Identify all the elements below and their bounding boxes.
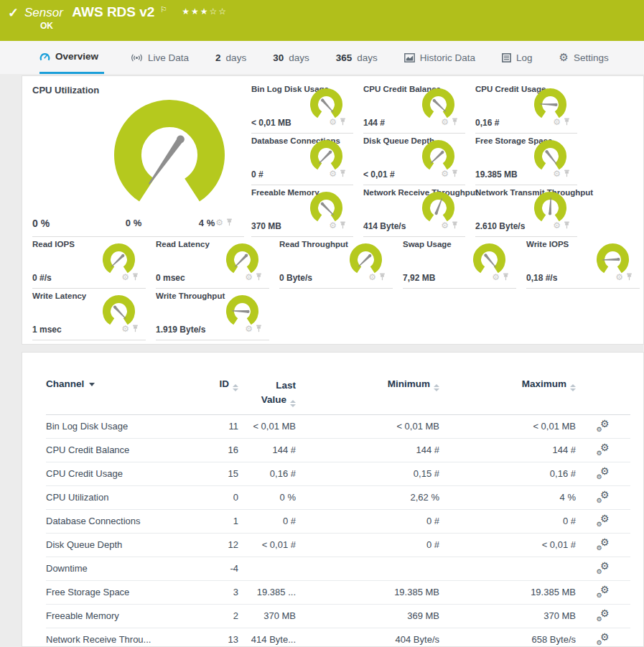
- gauge-tile[interactable]: CPU Credit Usage 0,16 # ⚙: [475, 82, 577, 134]
- gauge-tile[interactable]: Write IOPS 0,18 #/s ⚙: [526, 237, 640, 289]
- channel-pin-icon[interactable]: [452, 219, 458, 232]
- col-header-minimum[interactable]: Minimum: [296, 378, 439, 391]
- channel-gear-icon[interactable]: ⚙: [121, 325, 129, 333]
- sort-arrows-icon[interactable]: [233, 384, 238, 391]
- col-header-maximum[interactable]: Maximum: [439, 378, 576, 391]
- channel-name[interactable]: CPU Credit Balance: [46, 444, 193, 455]
- tab-historic-data[interactable]: Historic Data: [404, 41, 475, 74]
- channel-name[interactable]: Database Connections: [46, 516, 193, 526]
- channel-name[interactable]: CPU Utilization: [46, 492, 193, 503]
- channel-gear-icon[interactable]: ⚙: [441, 169, 449, 178]
- channel-pin-icon[interactable]: [340, 167, 346, 180]
- gauge-tile[interactable]: Write Throughput 1.919 Byte/s ⚙: [156, 289, 269, 340]
- tab-365-days[interactable]: 365days: [336, 41, 378, 74]
- gauge-tile[interactable]: Free Storage Space 19.385 MB ⚙: [475, 134, 577, 185]
- channel-name[interactable]: Bin Log Disk Usage: [46, 421, 193, 432]
- channel-gear-icon[interactable]: ⚙: [329, 169, 337, 178]
- channel-gear-icon[interactable]: ⚙: [553, 169, 561, 178]
- channel-pin-icon[interactable]: [452, 116, 458, 129]
- col-header-id[interactable]: ID: [193, 378, 238, 391]
- channel-settings-gears-icon[interactable]: ⚙⚙: [597, 538, 610, 550]
- gauge-tile[interactable]: Freeable Memory 370 MB ⚙: [251, 185, 353, 237]
- channel-settings-gears-icon[interactable]: ⚙⚙: [597, 467, 610, 479]
- sort-arrows-icon[interactable]: [570, 384, 576, 391]
- channel-pin-icon[interactable]: [256, 271, 262, 284]
- channel-pin-icon[interactable]: [626, 271, 633, 284]
- channel-gear-icon[interactable]: ⚙: [441, 118, 449, 126]
- channel-pin-icon[interactable]: [340, 116, 346, 129]
- channel-settings-gears-icon[interactable]: ⚙⚙: [597, 419, 610, 432]
- gauge-tile[interactable]: Read IOPS 0 #/s ⚙: [32, 237, 146, 289]
- channel-gear-icon[interactable]: ⚙: [329, 221, 337, 230]
- table-row[interactable]: CPU Credit Balance 16 144 # 144 # 144 # …: [46, 439, 630, 462]
- channel-pin-icon[interactable]: [132, 322, 139, 335]
- gauge-tile[interactable]: Database Connections 0 # ⚙: [251, 134, 353, 185]
- channel-pin-icon[interactable]: [256, 322, 262, 335]
- tab-settings[interactable]: ⚙Settings: [559, 41, 609, 74]
- col-header-channel[interactable]: Channel: [46, 378, 193, 389]
- gauge-tile[interactable]: Bin Log Disk Usage < 0,01 MB ⚙: [251, 82, 353, 134]
- channel-name[interactable]: CPU Credit Usage: [46, 468, 193, 479]
- channel-name[interactable]: Freeable Memory: [46, 610, 193, 621]
- sort-arrows-icon[interactable]: [290, 400, 296, 407]
- channel-name[interactable]: Network Receive Throu...: [46, 634, 193, 645]
- gauge-tile[interactable]: Network Receive Throughput 414 Byte/s ⚙: [363, 185, 465, 237]
- channel-gear-icon[interactable]: ⚙: [441, 221, 449, 230]
- gauge-tile[interactable]: CPU Credit Balance 144 # ⚙: [363, 82, 465, 134]
- channel-settings-gears-icon[interactable]: ⚙⚙: [597, 514, 610, 526]
- tab-log[interactable]: Log: [502, 41, 533, 74]
- channel-pin-icon[interactable]: [379, 271, 386, 284]
- gauge-tile[interactable]: Disk Queue Depth < 0,01 # ⚙: [363, 134, 465, 185]
- table-row[interactable]: Bin Log Disk Usage 11 < 0,01 MB < 0,01 M…: [46, 415, 630, 439]
- tab-2-days[interactable]: 2days: [215, 41, 246, 74]
- channel-pin-icon[interactable]: [226, 216, 233, 229]
- table-row[interactable]: CPU Credit Usage 15 0,16 # 0,15 # 0,16 #…: [46, 462, 630, 486]
- tab-live-data[interactable]: Live Data: [131, 41, 189, 74]
- channel-name[interactable]: Disk Queue Depth: [46, 539, 193, 550]
- channel-settings-gears-icon[interactable]: ⚙⚙: [597, 490, 610, 503]
- channel-pin-icon[interactable]: [564, 167, 570, 180]
- col-header-last-value[interactable]: LastValue: [238, 378, 296, 407]
- channel-gear-icon[interactable]: ⚙: [215, 218, 223, 227]
- channel-pin-icon[interactable]: [564, 219, 570, 232]
- table-row[interactable]: Network Receive Throu... 13 414 Byte... …: [46, 628, 630, 647]
- channel-gear-icon[interactable]: ⚙: [368, 273, 376, 281]
- channel-pin-icon[interactable]: [340, 219, 346, 232]
- priority-flag-icon[interactable]: ⚐: [160, 5, 167, 14]
- table-row[interactable]: Freeable Memory 2 370 MB 369 MB 370 MB ⚙…: [46, 605, 630, 628]
- channel-gear-icon[interactable]: ⚙: [615, 273, 623, 281]
- channel-gear-icon[interactable]: ⚙: [121, 273, 129, 281]
- channel-gear-icon[interactable]: ⚙: [329, 118, 337, 126]
- table-row[interactable]: Disk Queue Depth 12 < 0,01 # 0 # < 0,01 …: [46, 534, 630, 557]
- gauge-tile[interactable]: Swap Usage 7,92 MB ⚙: [403, 237, 516, 289]
- gauge-tile[interactable]: Read Throughput 0 Byte/s ⚙: [279, 237, 393, 289]
- channel-settings-gears-icon[interactable]: ⚙⚙: [597, 443, 610, 455]
- priority-stars[interactable]: ★★★☆☆: [182, 6, 228, 17]
- channel-gear-icon[interactable]: ⚙: [492, 273, 500, 281]
- sort-arrows-icon[interactable]: [434, 384, 439, 391]
- channel-gear-icon[interactable]: ⚙: [245, 325, 253, 333]
- gauge-tile-cpu-utilization[interactable]: CPU Utilization 0 % 4 % 0 % ⚙: [32, 82, 244, 237]
- channel-name[interactable]: Free Storage Space: [46, 587, 193, 597]
- gauge-tile[interactable]: Network Transmit Throughput 2.610 Byte/s…: [475, 185, 577, 237]
- channel-settings-gears-icon[interactable]: ⚙⚙: [597, 562, 610, 574]
- channel-pin-icon[interactable]: [503, 271, 509, 284]
- channel-settings-gears-icon[interactable]: ⚙⚙: [597, 633, 610, 645]
- channel-settings-gears-icon[interactable]: ⚙⚙: [597, 609, 610, 621]
- table-row[interactable]: Downtime -4 ⚙⚙: [46, 557, 630, 581]
- channel-pin-icon[interactable]: [132, 271, 139, 284]
- channel-gear-icon[interactable]: ⚙: [245, 273, 253, 281]
- gauge-tile[interactable]: Write Latency 1 msec ⚙: [32, 289, 146, 340]
- channel-pin-icon[interactable]: [564, 116, 570, 129]
- table-row[interactable]: CPU Utilization 0 0 % 2,62 % 4 % ⚙⚙: [46, 486, 630, 510]
- table-row[interactable]: Database Connections 1 0 # 0 # 0 # ⚙⚙: [46, 510, 630, 534]
- channel-gear-icon[interactable]: ⚙: [553, 118, 561, 126]
- tab-overview[interactable]: Overview: [39, 41, 104, 74]
- table-row[interactable]: Free Storage Space 3 19.385 ... 19.385 M…: [46, 581, 630, 605]
- gauge-tile[interactable]: Read Latency 0 msec ⚙: [156, 237, 269, 289]
- channel-gear-icon[interactable]: ⚙: [553, 221, 561, 230]
- channel-name[interactable]: Downtime: [46, 563, 193, 574]
- channel-pin-icon[interactable]: [452, 167, 458, 180]
- channel-settings-gears-icon[interactable]: ⚙⚙: [597, 585, 610, 597]
- tab-30-days[interactable]: 30days: [273, 41, 309, 74]
